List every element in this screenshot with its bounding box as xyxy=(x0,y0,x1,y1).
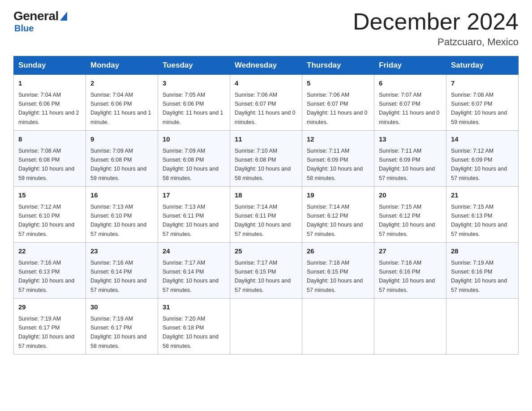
day-info: Sunrise: 7:08 AMSunset: 6:08 PMDaylight:… xyxy=(18,148,74,181)
calendar-cell: 14 Sunrise: 7:12 AMSunset: 6:09 PMDaylig… xyxy=(446,131,519,187)
calendar-cell: 6 Sunrise: 7:07 AMSunset: 6:07 PMDayligh… xyxy=(374,75,446,131)
calendar-cell: 25 Sunrise: 7:17 AMSunset: 6:15 PMDaylig… xyxy=(230,243,302,299)
calendar-week-row: 29 Sunrise: 7:19 AMSunset: 6:17 PMDaylig… xyxy=(14,299,519,355)
calendar-cell: 28 Sunrise: 7:19 AMSunset: 6:16 PMDaylig… xyxy=(446,243,519,299)
day-number: 1 xyxy=(18,78,81,89)
month-title: December 2024 xyxy=(353,9,519,34)
day-number: 22 xyxy=(18,246,81,257)
calendar-cell: 19 Sunrise: 7:14 AMSunset: 6:12 PMDaylig… xyxy=(302,187,374,243)
calendar-cell: 24 Sunrise: 7:17 AMSunset: 6:14 PMDaylig… xyxy=(158,243,230,299)
calendar-cell xyxy=(374,299,446,355)
col-header-thursday: Thursday xyxy=(302,56,374,75)
logo: General Blue xyxy=(13,9,67,34)
day-info: Sunrise: 7:12 AMSunset: 6:10 PMDaylight:… xyxy=(18,204,74,237)
day-number: 12 xyxy=(307,134,369,145)
day-number: 17 xyxy=(163,190,225,201)
day-number: 7 xyxy=(451,78,514,89)
calendar-cell: 7 Sunrise: 7:08 AMSunset: 6:07 PMDayligh… xyxy=(446,75,519,131)
day-info: Sunrise: 7:15 AMSunset: 6:12 PMDaylight:… xyxy=(379,204,435,237)
day-number: 24 xyxy=(163,246,225,257)
day-info: Sunrise: 7:18 AMSunset: 6:16 PMDaylight:… xyxy=(379,260,435,293)
col-header-wednesday: Wednesday xyxy=(230,56,302,75)
day-info: Sunrise: 7:11 AMSunset: 6:09 PMDaylight:… xyxy=(379,148,435,181)
day-info: Sunrise: 7:17 AMSunset: 6:14 PMDaylight:… xyxy=(163,260,219,293)
day-info: Sunrise: 7:06 AMSunset: 6:07 PMDaylight:… xyxy=(307,92,368,125)
day-number: 25 xyxy=(235,246,297,257)
day-info: Sunrise: 7:19 AMSunset: 6:17 PMDaylight:… xyxy=(90,316,146,349)
day-info: Sunrise: 7:20 AMSunset: 6:18 PMDaylight:… xyxy=(163,316,219,349)
day-info: Sunrise: 7:07 AMSunset: 6:07 PMDaylight:… xyxy=(379,92,440,125)
day-number: 15 xyxy=(18,190,81,201)
day-number: 4 xyxy=(235,78,297,89)
day-info: Sunrise: 7:09 AMSunset: 6:08 PMDaylight:… xyxy=(163,148,219,181)
calendar-cell xyxy=(446,299,519,355)
day-number: 3 xyxy=(163,78,225,89)
logo-text-blue: Blue xyxy=(14,23,34,33)
day-number: 13 xyxy=(379,134,442,145)
calendar-cell: 8 Sunrise: 7:08 AMSunset: 6:08 PMDayligh… xyxy=(14,131,86,187)
calendar-table: SundayMondayTuesdayWednesdayThursdayFrid… xyxy=(13,56,519,355)
day-info: Sunrise: 7:13 AMSunset: 6:10 PMDaylight:… xyxy=(90,204,146,237)
day-number: 27 xyxy=(379,246,442,257)
calendar-cell: 10 Sunrise: 7:09 AMSunset: 6:08 PMDaylig… xyxy=(158,131,230,187)
calendar-cell: 22 Sunrise: 7:16 AMSunset: 6:13 PMDaylig… xyxy=(14,243,86,299)
day-number: 14 xyxy=(451,134,514,145)
calendar-cell: 15 Sunrise: 7:12 AMSunset: 6:10 PMDaylig… xyxy=(14,187,86,243)
day-info: Sunrise: 7:05 AMSunset: 6:06 PMDaylight:… xyxy=(163,92,223,125)
calendar-cell: 13 Sunrise: 7:11 AMSunset: 6:09 PMDaylig… xyxy=(374,131,446,187)
day-number: 9 xyxy=(90,134,153,145)
calendar-week-row: 1 Sunrise: 7:04 AMSunset: 6:06 PMDayligh… xyxy=(14,75,519,131)
day-info: Sunrise: 7:19 AMSunset: 6:16 PMDaylight:… xyxy=(451,260,507,293)
calendar-cell: 27 Sunrise: 7:18 AMSunset: 6:16 PMDaylig… xyxy=(374,243,446,299)
day-info: Sunrise: 7:06 AMSunset: 6:07 PMDaylight:… xyxy=(235,92,296,125)
day-number: 20 xyxy=(379,190,442,201)
day-number: 28 xyxy=(451,246,514,257)
calendar-cell: 3 Sunrise: 7:05 AMSunset: 6:06 PMDayligh… xyxy=(158,75,230,131)
day-number: 8 xyxy=(18,134,81,145)
page-header: General Blue December 2024 Patzcuaro, Me… xyxy=(13,9,519,48)
day-number: 6 xyxy=(379,78,442,89)
calendar-cell: 11 Sunrise: 7:10 AMSunset: 6:08 PMDaylig… xyxy=(230,131,302,187)
calendar-cell: 29 Sunrise: 7:19 AMSunset: 6:17 PMDaylig… xyxy=(14,299,86,355)
day-info: Sunrise: 7:08 AMSunset: 6:07 PMDaylight:… xyxy=(451,92,507,125)
calendar-cell: 4 Sunrise: 7:06 AMSunset: 6:07 PMDayligh… xyxy=(230,75,302,131)
day-number: 21 xyxy=(451,190,514,201)
calendar-cell xyxy=(302,299,374,355)
calendar-cell: 23 Sunrise: 7:16 AMSunset: 6:14 PMDaylig… xyxy=(86,243,158,299)
day-number: 5 xyxy=(307,78,369,89)
col-header-monday: Monday xyxy=(86,56,158,75)
day-info: Sunrise: 7:15 AMSunset: 6:13 PMDaylight:… xyxy=(451,204,507,237)
day-info: Sunrise: 7:09 AMSunset: 6:08 PMDaylight:… xyxy=(90,148,146,181)
calendar-cell: 2 Sunrise: 7:04 AMSunset: 6:06 PMDayligh… xyxy=(86,75,158,131)
day-info: Sunrise: 7:16 AMSunset: 6:14 PMDaylight:… xyxy=(90,260,146,293)
col-header-sunday: Sunday xyxy=(14,56,86,75)
day-number: 18 xyxy=(235,190,297,201)
day-info: Sunrise: 7:16 AMSunset: 6:13 PMDaylight:… xyxy=(18,260,74,293)
day-info: Sunrise: 7:04 AMSunset: 6:06 PMDaylight:… xyxy=(90,92,151,125)
logo-text-general: General xyxy=(13,9,59,23)
day-info: Sunrise: 7:13 AMSunset: 6:11 PMDaylight:… xyxy=(163,204,219,237)
day-number: 31 xyxy=(163,302,225,313)
calendar-week-row: 22 Sunrise: 7:16 AMSunset: 6:13 PMDaylig… xyxy=(14,243,519,299)
calendar-week-row: 15 Sunrise: 7:12 AMSunset: 6:10 PMDaylig… xyxy=(14,187,519,243)
day-number: 19 xyxy=(307,190,369,201)
calendar-cell: 18 Sunrise: 7:14 AMSunset: 6:11 PMDaylig… xyxy=(230,187,302,243)
day-number: 23 xyxy=(90,246,153,257)
location-title: Patzcuaro, Mexico xyxy=(353,36,519,48)
day-info: Sunrise: 7:18 AMSunset: 6:15 PMDaylight:… xyxy=(307,260,363,293)
calendar-cell: 9 Sunrise: 7:09 AMSunset: 6:08 PMDayligh… xyxy=(86,131,158,187)
calendar-cell: 31 Sunrise: 7:20 AMSunset: 6:18 PMDaylig… xyxy=(158,299,230,355)
day-info: Sunrise: 7:04 AMSunset: 6:06 PMDaylight:… xyxy=(18,92,79,125)
day-number: 11 xyxy=(235,134,297,145)
calendar-cell: 20 Sunrise: 7:15 AMSunset: 6:12 PMDaylig… xyxy=(374,187,446,243)
calendar-cell: 21 Sunrise: 7:15 AMSunset: 6:13 PMDaylig… xyxy=(446,187,519,243)
day-number: 16 xyxy=(90,190,153,201)
header-right: December 2024 Patzcuaro, Mexico xyxy=(353,9,519,48)
calendar-header-row: SundayMondayTuesdayWednesdayThursdayFrid… xyxy=(14,56,519,75)
day-info: Sunrise: 7:14 AMSunset: 6:12 PMDaylight:… xyxy=(307,204,363,237)
day-info: Sunrise: 7:10 AMSunset: 6:08 PMDaylight:… xyxy=(235,148,291,181)
day-info: Sunrise: 7:14 AMSunset: 6:11 PMDaylight:… xyxy=(235,204,291,237)
calendar-cell: 16 Sunrise: 7:13 AMSunset: 6:10 PMDaylig… xyxy=(86,187,158,243)
calendar-cell: 12 Sunrise: 7:11 AMSunset: 6:09 PMDaylig… xyxy=(302,131,374,187)
day-number: 10 xyxy=(163,134,225,145)
